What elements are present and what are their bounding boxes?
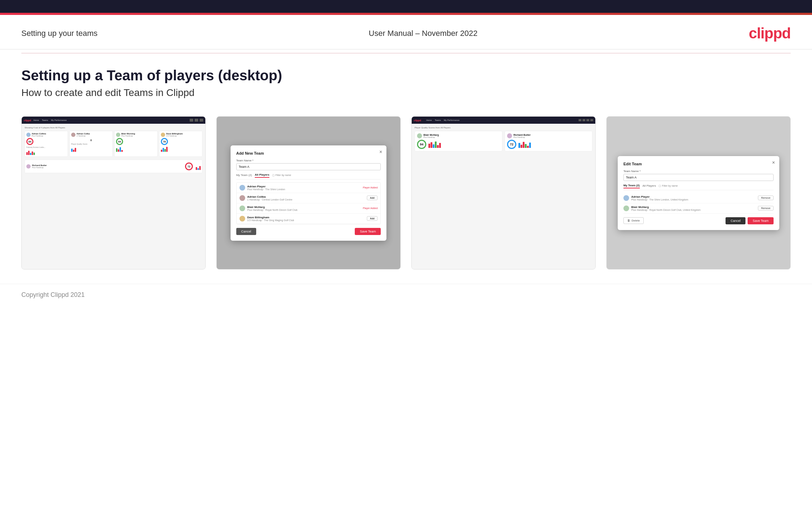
- ss4-dialog-title: Edit Team: [623, 162, 774, 166]
- ss2-cancel-button[interactable]: Cancel: [236, 228, 256, 235]
- ss4-filter-by-name[interactable]: ▢ Filter by name: [659, 185, 677, 187]
- ss1-logo: clippd: [24, 119, 31, 122]
- ss2-player-status: Player Added: [363, 186, 378, 189]
- ss4-tab-my-team[interactable]: My Team (2): [623, 184, 640, 188]
- ss2-player-avatar: [239, 185, 245, 191]
- ss3-content: Player Quality Scores from All Players B…: [412, 124, 595, 154]
- ss2-add-button[interactable]: Add: [367, 196, 378, 200]
- ss4-save-button[interactable]: Save Team: [748, 217, 774, 224]
- ss4-footer-buttons: 🗑 Delete Cancel Save Team: [623, 217, 774, 224]
- ss2-player-item: Dave Billingham 3.5 Handicap · The Ging …: [237, 214, 381, 224]
- ss2-player-name: Adrian Coliba: [247, 195, 367, 198]
- ss4-player-club: Plus Handicap · Royal North Devon Golf C…: [631, 209, 758, 211]
- ss1-players-grid: Adrian Collins Plus Handicap 84 Fairway …: [25, 131, 202, 157]
- ss3-player-card: Blair McHarg Plus Handicap 94: [415, 131, 502, 151]
- card-4-text: 4) When editing your Team, you can chang…: [607, 269, 790, 269]
- ss2-dialog-title: Add New Team: [236, 151, 381, 155]
- ss3-nav-items: HomeTeamsMy Performance: [426, 119, 460, 121]
- ss2-team-name-input[interactable]: Team A: [236, 163, 381, 170]
- ss4-player-info: Adrian Player Plus Handicap · The Shire …: [631, 195, 758, 201]
- ss3-avatar: [417, 133, 422, 138]
- ss1-subheader: Showing 4 out of 4 players from All Play…: [25, 127, 202, 129]
- ss2-footer-buttons: Cancel Save Team: [236, 228, 381, 235]
- ss3-player-card: Richard Butler Plus Handicap 72: [505, 131, 592, 151]
- ss3-avatar: [507, 133, 512, 138]
- card-2-screenshot: Add New Team × Team Name * Team A My Tea…: [217, 117, 400, 269]
- card-4-screenshot: Edit Team × Team Name * Team A My Team (…: [607, 117, 790, 269]
- ss2-player-club: Plus Handicap · The Shire London: [247, 188, 363, 191]
- ss4-delete-button[interactable]: 🗑 Delete: [623, 217, 644, 224]
- ss4-remove-button[interactable]: Remove: [758, 206, 774, 210]
- top-bar: [0, 0, 812, 13]
- ss3-player-club: Plus Handicap: [423, 136, 439, 138]
- main-content: Setting up a Team of players (desktop) H…: [0, 68, 812, 269]
- ss2-player-item: Adrian Player Plus Handicap · The Shire …: [237, 183, 381, 193]
- ss3-subheader: Player Quality Scores from All Players: [415, 127, 592, 129]
- ss3-player-name: Blair McHarg: [423, 134, 439, 136]
- ss4-close-icon[interactable]: ×: [772, 160, 775, 165]
- ss3-players-grid: Blair McHarg Plus Handicap 94: [415, 131, 592, 151]
- ss4-tab-all-players[interactable]: All Players: [643, 184, 656, 188]
- ss3-chart: [518, 141, 590, 148]
- ss3-score: 72: [507, 140, 516, 149]
- ss4-player-name: Blair McHarg: [631, 206, 758, 209]
- ss2-player-list: Adrian Player Plus Handicap · The Shire …: [236, 182, 381, 224]
- ss2-player-status: Player Added: [363, 207, 378, 209]
- ss4-tabs: My Team (2) All Players ▢ Filter by name: [623, 184, 774, 190]
- ss2-player-club: 3.5 Handicap · The Ging Maging Golf Club: [247, 219, 367, 222]
- header: Setting up your teams User Manual – Nove…: [0, 15, 812, 49]
- ss2-team-name-label: Team Name *: [236, 159, 381, 162]
- trash-icon: 🗑: [627, 219, 630, 222]
- ss2-player-info: Adrian Player Plus Handicap · The Shire …: [247, 185, 363, 191]
- ss4-player-item: Adrian Player Plus Handicap · The Shire …: [623, 193, 774, 203]
- footer: Copyright Clippd 2021: [0, 284, 812, 309]
- ss3-logo: clippd: [414, 119, 421, 122]
- ss2-player-item: Blair McHarg Plus Handicap · Royal North…: [237, 203, 381, 214]
- copyright-text: Copyright Clippd 2021: [21, 291, 85, 298]
- ss2-add-button[interactable]: Add: [367, 216, 378, 221]
- ss3-nav: clippd HomeTeamsMy Performance: [412, 117, 595, 124]
- ss2-close-icon[interactable]: ×: [379, 149, 382, 155]
- ss2-filter-by-name[interactable]: ▢ Filter by name: [272, 174, 291, 177]
- card-3-screenshot: clippd HomeTeamsMy Performance Player Qu…: [412, 117, 595, 269]
- ss2-player-item: Adrian Coliba 1 Handicap · Central Londo…: [237, 193, 381, 203]
- card-1: clippd HomeTeamsMy Performance Showing 4…: [21, 116, 206, 269]
- card-2-text: 2) Type the name of this Team and then s…: [217, 269, 400, 269]
- ss4-team-name-input[interactable]: Team A: [623, 174, 774, 181]
- ss4-player-avatar: [623, 195, 629, 201]
- ss2-player-avatar: [239, 216, 245, 222]
- ss3-player-club: Plus Handicap: [513, 136, 531, 138]
- ss2-save-button[interactable]: Save Team: [355, 228, 381, 235]
- ss3-player-header: Blair McHarg Plus Handicap: [417, 133, 500, 138]
- ss2-tab-my-team[interactable]: My Team (2): [236, 174, 252, 177]
- ss4-player-club: Plus Handicap · The Shire London, United…: [631, 198, 758, 201]
- ss2-player-info: Dave Billingham 3.5 Handicap · The Ging …: [247, 216, 367, 222]
- ss4-remove-button[interactable]: Remove: [758, 196, 774, 200]
- ss2-player-info: Adrian Coliba 1 Handicap · Central Londo…: [247, 195, 367, 201]
- card-2: Add New Team × Team Name * Team A My Tea…: [216, 116, 401, 269]
- ss2-player-name: Blair McHarg: [247, 206, 363, 209]
- ss4-cancel-button[interactable]: Cancel: [726, 217, 745, 224]
- ss2-tab-all-players[interactable]: All Players: [255, 173, 269, 178]
- ss4-team-name-label: Team Name *: [623, 170, 774, 173]
- header-center: User Manual – November 2022: [369, 29, 478, 38]
- ss1-content: Showing 4 out of 4 players from All Play…: [22, 124, 205, 176]
- ss2-player-club: Plus Handicap · Royal North Devon Golf C…: [247, 209, 363, 211]
- ss2-player-name: Adrian Player: [247, 185, 363, 188]
- ss2-player-name: Dave Billingham: [247, 216, 367, 219]
- ss4-player-info: Blair McHarg Plus Handicap · Royal North…: [631, 206, 758, 211]
- ss2-player-avatar: [239, 206, 245, 211]
- card-1-text: 1) Click on 'Teams' at the top of the sc…: [22, 269, 205, 269]
- card-4: Edit Team × Team Name * Team A My Team (…: [606, 116, 791, 269]
- ss1-nav-items: HomeTeamsMy Performance: [33, 119, 67, 121]
- ss3-player-name: Richard Butler: [513, 134, 531, 136]
- card-3: clippd HomeTeamsMy Performance Player Qu…: [411, 116, 596, 269]
- ss4-player-item: Blair McHarg Plus Handicap · Royal North…: [623, 203, 774, 214]
- ss4-dialog: Edit Team × Team Name * Team A My Team (…: [618, 156, 779, 230]
- header-divider: [21, 53, 791, 53]
- header-left: Setting up your teams: [21, 29, 97, 38]
- ss2-player-avatar: [239, 195, 245, 201]
- card-1-screenshot: clippd HomeTeamsMy Performance Showing 4…: [22, 117, 205, 269]
- ss2-player-club: 1 Handicap · Central London Golf Centre: [247, 198, 367, 201]
- ss2-player-info: Blair McHarg Plus Handicap · Royal North…: [247, 206, 363, 211]
